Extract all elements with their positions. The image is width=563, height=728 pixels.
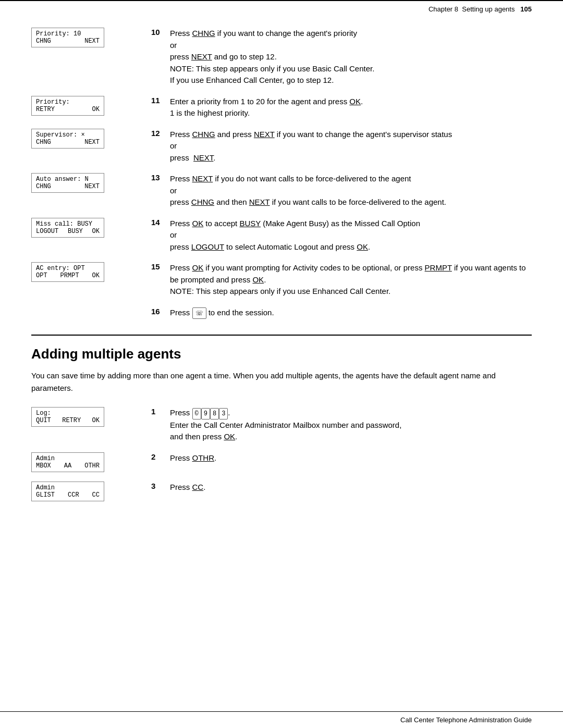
step-13-number: 13 — [151, 173, 167, 182]
step-15-content: 15 Press OK if you want prompting for Ac… — [151, 262, 532, 298]
step-15-display-top: AC entry: OPT — [36, 265, 100, 272]
step-12-display-col: Supervisor: × CHNG NEXT — [31, 129, 136, 149]
add-step-3-content: 3 Press CC. — [151, 482, 532, 493]
step-11-number: 11 — [151, 96, 167, 105]
add-step-1-instruction: 1 Press ©983. Enter the Call Center Admi… — [151, 407, 532, 443]
add-step-2-aa: AA — [64, 462, 71, 470]
step-15-text: Press OK if you want prompting for Activ… — [170, 262, 532, 298]
add-step-1-display-bottom: QUIT RETRY OK — [36, 417, 100, 424]
add-step-1-retry: RETRY — [62, 417, 81, 424]
prmpt-label-15: PRMPT — [425, 263, 452, 272]
step-11-row: Priority: RETRY OK 11 Enter a priority f… — [31, 96, 532, 119]
step-13-display-box: Auto answer: N CHNG NEXT — [31, 173, 104, 193]
step-13-display-bottom: CHNG NEXT — [36, 183, 100, 190]
next-label-12b: NEXT — [193, 153, 213, 162]
step-13-next: NEXT — [84, 183, 100, 190]
ok-label-15: OK — [192, 263, 204, 272]
step-10-row: Priority: 10 CHNG NEXT 10 Press CHNG if … — [31, 28, 532, 87]
step-15-number: 15 — [151, 262, 167, 271]
step-10-content: 10 Press CHNG if you want to change the … — [151, 28, 532, 87]
section-intro: You can save time by adding more than on… — [31, 369, 532, 394]
step-15-instruction: 15 Press OK if you want prompting for Ac… — [151, 262, 532, 298]
add-step-3-display-col: Admin GLIST CCR CC — [31, 482, 136, 501]
ok-label-14: OK — [192, 219, 204, 228]
header-chapter: Chapter 8 Setting up agents 105 — [429, 5, 532, 13]
step-10-number: 10 — [151, 28, 167, 36]
bottom-footer: Call Center Telephone Administration Gui… — [0, 711, 563, 728]
top-header: Chapter 8 Setting up agents 105 — [0, 0, 563, 17]
step-14-row: Miss call: BUSY LOGOUT BUSY OK 14 Press … — [31, 218, 532, 253]
step-10-next: NEXT — [84, 38, 100, 45]
step-14-instruction: 14 Press OK to accept BUSY (Make Agent B… — [151, 218, 532, 253]
ok-label: OK — [349, 97, 361, 106]
step-16-row: 16 Press ☏ to end the session. — [31, 307, 532, 319]
step-14-ok: OK — [92, 228, 100, 235]
add-step-2-text: Press OTHR. — [170, 452, 216, 464]
chng-label-13: CHNG — [191, 198, 214, 206]
add-step-2-mbox: MBOX — [36, 462, 51, 470]
header-page-number: 105 — [520, 5, 532, 13]
chng-label: CHNG — [192, 29, 215, 38]
add-step-2-display-col: Admin MBOX AA OTHR — [31, 452, 136, 472]
key-8: 8 — [210, 408, 219, 419]
section-heading: Adding multiple agents — [31, 346, 532, 362]
add-step-3-text: Press CC. — [170, 482, 205, 493]
step-13-text: Press NEXT if you do not want calls to b… — [170, 173, 446, 208]
step-13-chng: CHNG — [36, 183, 51, 190]
add-step-3-row: Admin GLIST CCR CC 3 Press CC. — [31, 482, 532, 501]
next-label-12: NEXT — [254, 130, 275, 139]
step-15-display-col: AC entry: OPT OPT PRMPT OK — [31, 262, 136, 282]
step-14-content: 14 Press OK to accept BUSY (Make Agent B… — [151, 218, 532, 253]
step-14-logout: LOGOUT — [36, 228, 58, 235]
step-12-content: 12 Press CHNG and press NEXT if you want… — [151, 129, 532, 164]
step-12-number: 12 — [151, 129, 167, 138]
main-content: Priority: 10 CHNG NEXT 10 Press CHNG if … — [0, 17, 563, 521]
step-10-display-top: Priority: 10 — [36, 30, 100, 38]
step-15-prmpt: PRMPT — [60, 272, 79, 279]
step-13-content: 13 Press NEXT if you do not want calls t… — [151, 173, 532, 208]
step-16-text: Press ☏ to end the session. — [170, 307, 274, 319]
step-16-instruction: 16 Press ☏ to end the session. — [151, 307, 532, 319]
logout-label-14: LOGOUT — [191, 242, 224, 251]
key-3: 3 — [219, 408, 228, 419]
step-12-next: NEXT — [84, 139, 100, 146]
step-14-display-col: Miss call: BUSY LOGOUT BUSY OK — [31, 218, 136, 238]
step-14-display-box: Miss call: BUSY LOGOUT BUSY OK — [31, 218, 104, 238]
next-label: NEXT — [191, 52, 212, 61]
add-step-3-cc: CC — [92, 491, 100, 499]
section-divider — [31, 335, 532, 336]
step-13-display-top: Auto answer: N — [36, 176, 100, 183]
add-step-3-display-bottom: GLIST CCR CC — [36, 491, 100, 499]
step-15-row: AC entry: OPT OPT PRMPT OK 15 Press OK i… — [31, 262, 532, 298]
add-step-2-number: 2 — [151, 452, 167, 461]
step-11-content: 11 Enter a priority from 1 to 20 for the… — [151, 96, 532, 119]
step-15-display-box: AC entry: OPT OPT PRMPT OK — [31, 262, 104, 282]
step-13-instruction: 13 Press NEXT if you do not want calls t… — [151, 173, 532, 208]
step-14-busy: BUSY — [68, 228, 83, 235]
step-11-ok: OK — [92, 106, 100, 113]
footer-text: Call Center Telephone Administration Gui… — [400, 716, 532, 724]
step-14-number: 14 — [151, 218, 167, 227]
step-11-display-top: Priority: — [36, 98, 100, 106]
add-step-3-glist: GLIST — [36, 491, 55, 499]
step-15-opt: OPT — [36, 272, 47, 279]
add-step-1-ok: OK — [92, 417, 100, 424]
step-16-number: 16 — [151, 307, 167, 316]
step-14-display-bottom: LOGOUT BUSY OK — [36, 228, 100, 235]
othr-label: OTHR — [192, 453, 215, 462]
step-11-display-col: Priority: RETRY OK — [31, 96, 136, 116]
step-11-display-bottom: RETRY OK — [36, 106, 100, 113]
cc-label: CC — [192, 483, 204, 491]
step-11-text: Enter a priority from 1 to 20 for the ag… — [170, 96, 363, 119]
add-step-2-instruction: 2 Press OTHR. — [151, 452, 532, 464]
add-step-3-instruction: 3 Press CC. — [151, 482, 532, 493]
next-label-13b: NEXT — [249, 198, 270, 206]
chng-label-12: CHNG — [192, 130, 215, 139]
add-step-2-othr: OTHR — [84, 462, 100, 470]
add-step-2-display-top: Admin — [36, 455, 100, 462]
step-14-display-top: Miss call: BUSY — [36, 220, 100, 228]
ok-label-15b: OK — [252, 275, 264, 284]
step-15-ok: OK — [92, 272, 100, 279]
add-step-1-quit: QUIT — [36, 417, 51, 424]
add-step-1-content: 1 Press ©983. Enter the Call Center Admi… — [151, 407, 532, 443]
